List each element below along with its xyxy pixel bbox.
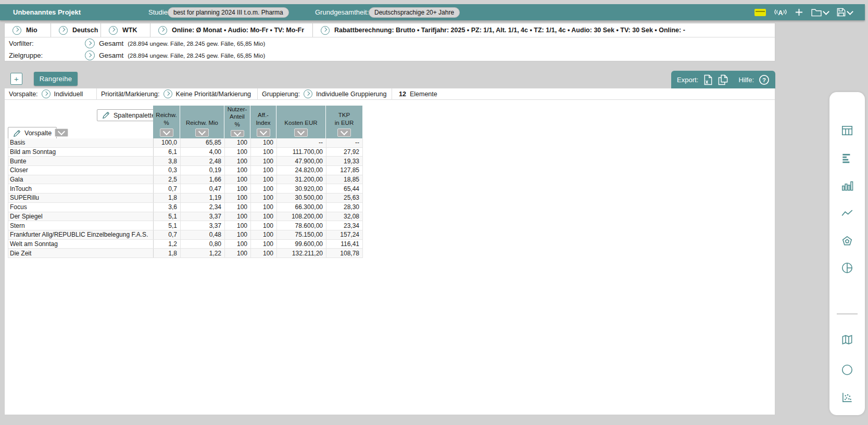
title-bar: Unbenanntes Projekt Studie: best for pla… (0, 4, 865, 20)
pie-chart-icon[interactable] (838, 260, 856, 276)
cell: 157,24 (326, 230, 363, 239)
cell: 25,63 (326, 194, 363, 202)
yellow-card-icon[interactable] (754, 9, 766, 16)
table-row[interactable]: InTouch0,70,4710010030.920,0065,44 (8, 184, 363, 194)
zielgruppe-selector[interactable]: Gesamt (28.894 ungew. Fälle, 28.245 gew.… (85, 50, 265, 60)
map-icon[interactable] (838, 331, 856, 348)
app-window: Unbenanntes Projekt Studie: best for pla… (0, 0, 868, 425)
cell: 0,7 (154, 230, 181, 239)
cell: 100 (225, 184, 251, 193)
add-icon[interactable] (795, 8, 803, 16)
table-row[interactable]: Frankfurter Allg/REPUBLIC Einzelbelegung… (8, 230, 363, 240)
vorspalte-menu-button[interactable] (55, 128, 68, 137)
row-label: Gala (8, 175, 154, 184)
setting-unit[interactable]: Mio (5, 23, 51, 37)
cell: 100 (225, 166, 251, 175)
circle-chart-icon[interactable] (838, 362, 856, 378)
cell: 31.200,00 (277, 175, 326, 184)
cell: 100 (251, 203, 277, 212)
chevron-right-circle-icon (42, 89, 51, 98)
column-header-label: Kosten EUR (284, 119, 317, 126)
add-tab-button[interactable]: + (10, 73, 22, 85)
open-folder-icon[interactable] (811, 8, 828, 17)
setting-language[interactable]: Deutsch (51, 23, 101, 37)
table-row[interactable]: SUPERillu1,81,1910010030.500,0025,63 (8, 194, 363, 203)
media-table-body: Basis100,065,85100100----Bild am Sonntag… (8, 138, 363, 258)
table-row[interactable]: Die Zeit1,81,22100100132.211,20108,78 (8, 249, 363, 258)
cell: 1,8 (154, 249, 181, 257)
tab-rangreihe[interactable]: Rangreihe (34, 72, 78, 86)
cell: -- (277, 138, 326, 147)
row-label: Der Spiegel (8, 212, 154, 221)
scatter-chart-icon[interactable] (838, 389, 856, 406)
column-menu-button[interactable] (337, 128, 351, 137)
table-row[interactable]: Welt am Sonntag1,20,8010010099.600,00116… (8, 240, 363, 249)
save-icon[interactable] (836, 7, 852, 17)
cell: 100 (225, 221, 251, 230)
cell: 100 (251, 148, 277, 157)
vorfilter-selector[interactable]: Gesamt (28.894 ungew. Fälle, 28.245 gew.… (85, 38, 265, 48)
vorspalte-option[interactable]: Vorspalte: Individuell (5, 88, 97, 99)
setting-online-audio-tv[interactable]: Online: Ø Monat • Audio: Mo-Fr • TV: Mo-… (150, 23, 313, 37)
table-row[interactable]: Der Spiegel5,13,37100100108.200,0032,08 (8, 212, 363, 222)
studie-selector[interactable]: best for planning 2024 III t.o.m. Pharma (168, 7, 289, 18)
row-label: Closer (8, 166, 154, 175)
cell: 100 (225, 148, 251, 157)
column-menu-button[interactable] (160, 128, 173, 137)
prioritaet-option[interactable]: Priorität/Markierung: Keine Priorität/Ma… (97, 88, 258, 99)
cell: 3,6 (154, 203, 181, 212)
cell: 66.300,00 (277, 203, 326, 212)
vorspalte-option-value: Individuell (54, 91, 83, 98)
table-row[interactable]: Closer0,30,1910010024.820,00127,85 (8, 166, 363, 175)
copy-export-icon[interactable] (718, 74, 728, 85)
cell: 0,3 (154, 166, 181, 175)
setting-rabattberechnung[interactable]: Rabattberechnung: Brutto • Tarifjahr: 20… (313, 23, 775, 37)
column-header: TKP in EUR (326, 106, 362, 138)
column-menu-button[interactable] (294, 128, 308, 137)
table-row[interactable]: Bild am Sonntag6,14,00100100111.700,0027… (8, 148, 363, 157)
excel-export-icon[interactable] (703, 74, 713, 85)
cell: 4,00 (181, 148, 225, 157)
table-row[interactable]: Basis100,065,85100100---- (8, 138, 363, 148)
cell: 65,44 (326, 184, 363, 193)
column-menu-button[interactable] (231, 130, 244, 137)
table-row[interactable]: Focus3,62,3410010066.300,0028,30 (8, 203, 363, 212)
cell: 6,1 (154, 148, 181, 157)
broadcast-icon[interactable]: A (774, 7, 787, 18)
chevron-right-circle-icon (85, 50, 95, 60)
cell: 100 (225, 212, 251, 221)
vorfilter-label: Vorfilter: (5, 40, 85, 47)
column-menu-button[interactable] (195, 128, 209, 137)
table-chart-icon[interactable] (838, 122, 856, 139)
table-row[interactable]: Bunte3,82,4810010047.900,0019,33 (8, 157, 363, 166)
cell: 28,30 (326, 203, 363, 212)
bar-chart-horizontal-icon[interactable] (838, 150, 856, 166)
table-row[interactable]: Gala2,51,6610010031.200,0018,85 (8, 175, 363, 185)
grundgesamtheit-selector[interactable]: Deutschsprachige 20+ Jahre (369, 7, 460, 18)
cell: 100 (225, 240, 251, 249)
vorspalte-button[interactable]: Vorspalte (8, 127, 57, 139)
setting-label: Rabattberechnung: Brutto • Tarifjahr: 20… (334, 27, 685, 34)
column-menu-button[interactable] (257, 128, 270, 137)
line-chart-icon[interactable] (838, 205, 856, 222)
table-row[interactable]: Stern5,13,3710010078.600,0023,34 (8, 221, 363, 230)
pencil-icon (102, 111, 110, 119)
column-header: Reichw. Mio (180, 106, 224, 138)
cell: 108,78 (326, 249, 363, 257)
spaltenpalette-button[interactable]: Spaltenpalette (97, 109, 160, 121)
radar-chart-icon[interactable] (838, 233, 856, 249)
gruppierung-option[interactable]: Gruppierung: Individuelle Gruppierung (258, 88, 392, 99)
chevron-down-icon (823, 8, 829, 15)
cell: 100,0 (154, 138, 181, 147)
cell: 2,48 (181, 157, 225, 165)
chevron-right-circle-icon (163, 89, 172, 98)
cell: 32,08 (326, 212, 363, 221)
column-header: Kosten EUR (276, 106, 326, 138)
cell: 1,19 (181, 194, 225, 202)
help-icon[interactable]: ? (759, 74, 770, 85)
bar-chart-vertical-icon[interactable] (838, 177, 856, 194)
setting-wtk[interactable]: WTK (101, 23, 150, 37)
cell: 100 (225, 249, 251, 257)
cell: 78.600,00 (277, 221, 326, 230)
chevron-right-circle-icon (12, 26, 21, 35)
